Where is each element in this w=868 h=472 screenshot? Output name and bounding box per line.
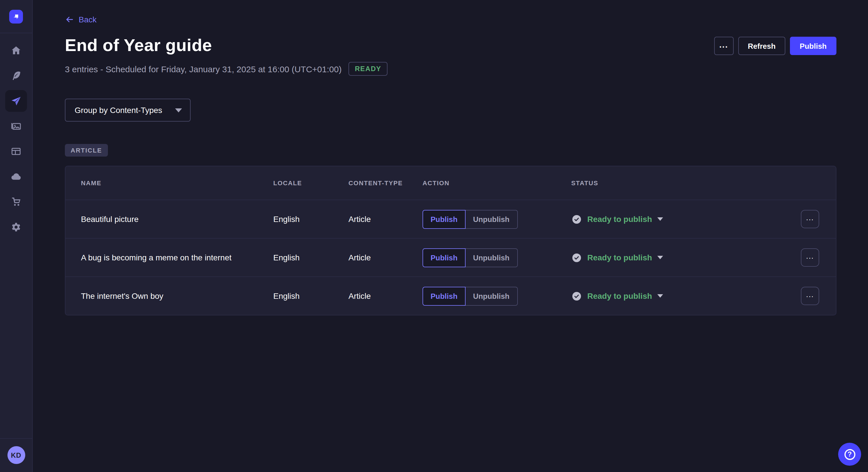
entry-name: The internet's Own boy xyxy=(81,291,273,301)
check-circle-icon xyxy=(571,214,582,225)
column-header-content-type: CONTENT-TYPE xyxy=(348,179,423,187)
ellipsis-icon: ... xyxy=(806,290,814,299)
sidebar-bottom: KD xyxy=(0,438,32,472)
sidebar-item-releases[interactable] xyxy=(5,90,27,112)
strapi-logo-icon xyxy=(11,12,21,21)
table-row: The internet's Own boy English Article P… xyxy=(65,276,836,315)
home-icon xyxy=(10,45,22,56)
publish-toggle-button[interactable]: Publish xyxy=(423,210,466,229)
chevron-down-icon xyxy=(657,217,663,221)
unpublish-toggle-button[interactable]: Unpublish xyxy=(466,286,518,305)
app-root: KD Back End of Year guide 3 entries - Sc… xyxy=(0,0,868,472)
status-label: Ready to publish xyxy=(587,214,652,224)
question-mark-icon: ? xyxy=(844,449,855,460)
status-badge: READY xyxy=(348,62,388,76)
ellipsis-icon: ... xyxy=(719,39,728,49)
entries-table: NAME LOCALE CONTENT-TYPE ACTION STATUS B… xyxy=(65,166,836,315)
entry-content-type: Article xyxy=(348,214,423,224)
content-type-group-badge: ARTICLE xyxy=(65,144,107,157)
column-header-locale: LOCALE xyxy=(273,179,348,187)
action-toggle-group: Publish Unpublish xyxy=(423,210,571,229)
column-header-name: NAME xyxy=(81,179,273,187)
sidebar-item-settings[interactable] xyxy=(5,216,27,238)
sidebar-bottom-divider xyxy=(0,438,32,439)
status-label: Ready to publish xyxy=(587,253,652,262)
media-library-icon xyxy=(10,121,22,132)
row-more-options-button[interactable]: ... xyxy=(801,287,819,305)
table-header-row: NAME LOCALE CONTENT-TYPE ACTION STATUS xyxy=(65,166,836,200)
entry-status[interactable]: Ready to publish xyxy=(571,214,801,225)
check-circle-icon xyxy=(571,252,582,263)
publish-release-button[interactable]: Publish xyxy=(790,37,836,55)
feather-icon xyxy=(10,70,22,81)
entry-content-type: Article xyxy=(348,253,423,262)
publish-toggle-button[interactable]: Publish xyxy=(423,286,466,305)
entry-locale: English xyxy=(273,291,348,301)
sidebar: KD xyxy=(0,0,33,472)
column-header-action: ACTION xyxy=(423,179,571,187)
main-content: Back End of Year guide 3 entries - Sched… xyxy=(33,0,868,472)
strapi-logo[interactable] xyxy=(9,10,23,24)
group-by-select[interactable]: Group by Content-Types xyxy=(65,99,190,122)
entry-status[interactable]: Ready to publish xyxy=(571,291,801,301)
unpublish-toggle-button[interactable]: Unpublish xyxy=(466,248,518,267)
user-avatar[interactable]: KD xyxy=(7,446,25,464)
sidebar-divider xyxy=(0,33,32,33)
table-row: Beautiful picture English Article Publis… xyxy=(65,200,836,238)
publish-toggle-button[interactable]: Publish xyxy=(423,248,466,267)
chevron-down-icon xyxy=(175,108,182,112)
action-toggle-group: Publish Unpublish xyxy=(423,286,571,305)
ellipsis-icon: ... xyxy=(806,252,814,260)
sidebar-nav xyxy=(5,40,27,238)
action-toggle-group: Publish Unpublish xyxy=(423,248,571,267)
entry-name: Beautiful picture xyxy=(81,214,273,224)
header-titles: End of Year guide 3 entries - Scheduled … xyxy=(65,36,388,76)
back-link[interactable]: Back xyxy=(65,15,96,24)
column-header-status: STATUS xyxy=(571,179,801,187)
entry-locale: English xyxy=(273,253,348,262)
sidebar-item-marketplace[interactable] xyxy=(5,191,27,213)
status-label: Ready to publish xyxy=(587,291,652,301)
page-title: End of Year guide xyxy=(65,36,388,55)
ellipsis-icon: ... xyxy=(806,213,814,222)
group-by-label: Group by Content-Types xyxy=(74,105,162,115)
settings-gear-icon xyxy=(10,222,22,233)
refresh-button[interactable]: Refresh xyxy=(738,37,785,55)
content-type-builder-icon xyxy=(10,146,22,157)
release-subtitle: 3 entries - Scheduled for Friday, Januar… xyxy=(65,64,342,74)
header-actions: ... Refresh Publish xyxy=(714,37,836,55)
chevron-down-icon xyxy=(657,256,663,259)
row-more-options-button[interactable]: ... xyxy=(801,248,819,267)
sidebar-item-content-type-builder[interactable] xyxy=(5,140,27,162)
paper-plane-icon xyxy=(10,95,22,107)
arrow-left-icon xyxy=(65,15,74,24)
entry-locale: English xyxy=(273,214,348,224)
entry-name: A bug is becoming a meme on the internet xyxy=(81,253,273,262)
entry-content-type: Article xyxy=(348,291,423,301)
row-more-options-button[interactable]: ... xyxy=(801,210,819,228)
marketplace-cart-icon xyxy=(10,196,22,208)
sidebar-item-home[interactable] xyxy=(5,40,27,61)
more-options-button[interactable]: ... xyxy=(714,37,733,55)
cloud-icon xyxy=(10,171,22,182)
unpublish-toggle-button[interactable]: Unpublish xyxy=(466,210,518,229)
sidebar-item-deploy[interactable] xyxy=(5,166,27,188)
check-circle-icon xyxy=(571,291,582,301)
chevron-down-icon xyxy=(657,294,663,298)
back-label: Back xyxy=(79,15,96,24)
sidebar-item-content-manager[interactable] xyxy=(5,65,27,87)
entry-status[interactable]: Ready to publish xyxy=(571,252,801,263)
help-button[interactable]: ? xyxy=(838,443,861,466)
table-row: A bug is becoming a meme on the internet… xyxy=(65,238,836,276)
sidebar-item-media-library[interactable] xyxy=(5,115,27,137)
